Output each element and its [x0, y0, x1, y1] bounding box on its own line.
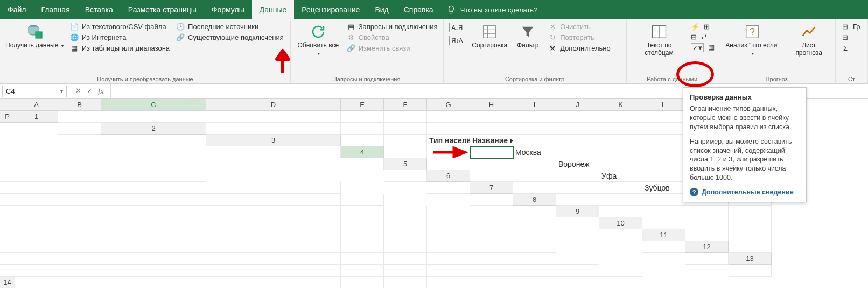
cell[interactable]: Воронеж [556, 158, 599, 170]
row-header[interactable]: 1 [15, 111, 58, 123]
cell[interactable] [642, 206, 685, 217]
sort-az-icon[interactable]: A↓Я [449, 23, 466, 32]
tab-help[interactable]: Справка [396, 0, 441, 19]
cell[interactable] [599, 194, 642, 206]
cell[interactable] [729, 229, 772, 241]
cell[interactable] [470, 111, 513, 123]
cell[interactable] [0, 229, 15, 241]
cell[interactable] [513, 182, 556, 194]
cell[interactable] [470, 229, 513, 241]
cell[interactable] [513, 206, 556, 217]
cell[interactable] [470, 123, 513, 135]
cell[interactable] [556, 123, 599, 135]
cell[interactable] [513, 253, 556, 265]
cell[interactable] [58, 170, 101, 182]
cell[interactable] [384, 206, 427, 217]
cell[interactable] [642, 277, 685, 288]
cell[interactable] [470, 158, 513, 170]
cell[interactable] [58, 217, 101, 229]
cell[interactable] [341, 217, 384, 229]
cell[interactable] [0, 158, 15, 170]
cell[interactable] [0, 241, 15, 253]
name-box[interactable]: C4▾ [2, 86, 67, 97]
row-header[interactable]: 14 [0, 277, 15, 288]
cell[interactable] [15, 182, 58, 194]
cell[interactable] [556, 111, 599, 123]
cell[interactable] [470, 265, 513, 277]
cell[interactable] [0, 217, 15, 229]
cell[interactable] [0, 253, 15, 265]
tab-view[interactable]: Вид [367, 0, 396, 19]
cell[interactable] [513, 265, 556, 277]
cell[interactable] [513, 277, 556, 288]
cell[interactable] [642, 146, 685, 158]
cell[interactable] [642, 111, 685, 123]
cell[interactable] [206, 253, 341, 265]
cell[interactable] [384, 217, 427, 229]
cell[interactable] [470, 170, 513, 182]
cell[interactable] [599, 265, 642, 277]
fx-icon[interactable]: fx [98, 87, 104, 96]
cell[interactable] [101, 241, 206, 253]
cell[interactable] [599, 229, 642, 241]
cell[interactable] [384, 277, 427, 288]
cell[interactable] [556, 194, 599, 206]
forecast-sheet-button[interactable]: Лист прогноза [786, 22, 832, 58]
cell[interactable] [341, 158, 384, 170]
cell[interactable] [642, 123, 685, 135]
cell[interactable] [341, 135, 384, 146]
properties-button[interactable]: ⚙Свойства [345, 32, 440, 42]
cell[interactable] [58, 241, 101, 253]
cell[interactable] [470, 253, 513, 265]
cell[interactable] [341, 123, 384, 135]
col-header[interactable]: A [15, 99, 58, 111]
cell[interactable] [599, 111, 642, 123]
ungroup-button[interactable]: ⊟ [839, 32, 863, 42]
cell[interactable] [58, 194, 101, 206]
cell[interactable] [427, 182, 470, 194]
cell[interactable] [0, 265, 15, 277]
cell[interactable] [206, 123, 341, 135]
cell[interactable] [206, 146, 341, 158]
tab-file[interactable]: Файл [0, 0, 33, 19]
col-header[interactable]: B [58, 99, 101, 111]
cell[interactable] [427, 265, 470, 277]
reapply-button[interactable]: ↻Повторить [546, 32, 613, 42]
cell[interactable] [101, 182, 206, 194]
existing-connections-button[interactable]: 🔗Существующие подключения [174, 32, 286, 42]
cell[interactable] [0, 206, 15, 217]
cell[interactable] [427, 146, 470, 158]
cell[interactable] [599, 182, 642, 194]
cell[interactable] [58, 158, 101, 170]
cell[interactable] [58, 277, 101, 288]
col-header[interactable]: K [599, 99, 642, 111]
row-header[interactable]: 9 [556, 206, 599, 217]
cell[interactable] [206, 194, 341, 206]
row-header[interactable]: 11 [642, 229, 685, 241]
cell[interactable] [729, 206, 772, 217]
cell[interactable] [15, 217, 58, 229]
cell[interactable] [685, 229, 729, 241]
tab-home[interactable]: Главная [33, 0, 77, 19]
cell[interactable] [513, 241, 556, 253]
cell[interactable] [58, 182, 101, 194]
cell[interactable] [341, 265, 384, 277]
cell[interactable] [15, 241, 58, 253]
cell[interactable] [384, 111, 427, 123]
sort-button[interactable]: Сортировка [470, 22, 509, 51]
cell[interactable] [101, 265, 206, 277]
cell[interactable] [341, 111, 384, 123]
cell[interactable] [206, 229, 341, 241]
cell[interactable] [427, 241, 470, 253]
cell[interactable]: Название населённого пункта [470, 135, 513, 146]
cell[interactable] [58, 206, 101, 217]
group-rows-button[interactable]: ⊞Гр [839, 22, 863, 31]
cell[interactable] [642, 217, 685, 229]
col-header[interactable]: G [427, 99, 470, 111]
col-header[interactable]: L [642, 99, 685, 111]
col-header[interactable]: P [0, 111, 15, 123]
cell[interactable] [206, 217, 341, 229]
cell[interactable] [101, 253, 206, 265]
cell[interactable] [206, 111, 341, 123]
cell[interactable] [101, 206, 206, 217]
